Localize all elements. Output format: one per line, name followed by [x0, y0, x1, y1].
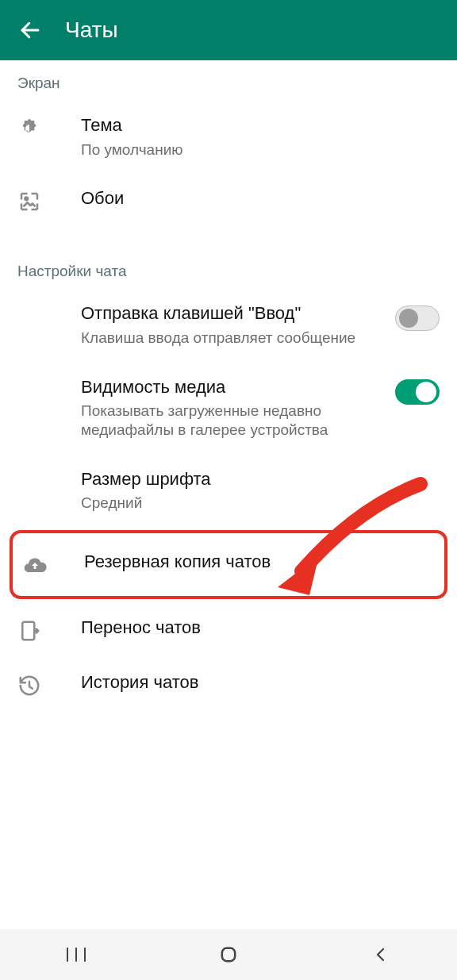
chevron-left-icon: [371, 945, 390, 964]
switch-enter-send[interactable]: [395, 306, 440, 331]
item-media-visibility-sub: Показывать загруженные недавно медиафайл…: [81, 402, 376, 440]
item-history[interactable]: История чатов: [0, 657, 457, 712]
svg-rect-2: [22, 622, 34, 640]
section-header-display: Экран: [0, 60, 457, 100]
switch-media-visibility[interactable]: [395, 379, 440, 405]
item-media-visibility-title: Видимость медиа: [81, 376, 376, 399]
cloud-upload-icon: [22, 553, 48, 578]
app-header: Чаты: [0, 0, 457, 60]
item-enter-send-sub: Клавиша ввода отправляет сообщение: [81, 329, 376, 348]
item-font-size[interactable]: Размер шрифта Средний: [0, 454, 457, 527]
svg-point-1: [25, 198, 28, 201]
item-font-size-sub: Средний: [81, 494, 432, 513]
item-transfer-title: Перенос чатов: [81, 617, 432, 640]
item-enter-send[interactable]: Отправка клавишей "Ввод" Клавиша ввода о…: [0, 288, 457, 361]
settings-content: Экран Тема По умолчанию Обои Настройки ч…: [0, 60, 457, 712]
page-title: Чаты: [65, 17, 118, 43]
back-button[interactable]: [10, 10, 51, 51]
item-transfer[interactable]: Перенос чатов: [0, 602, 457, 657]
item-theme-sub: По умолчанию: [81, 140, 432, 159]
item-theme-title: Тема: [81, 114, 432, 137]
nav-home-button[interactable]: [181, 937, 276, 972]
item-font-size-title: Размер шрифта: [81, 468, 432, 491]
nav-back-button[interactable]: [333, 937, 428, 972]
item-enter-send-title: Отправка клавишей "Ввод": [81, 302, 376, 325]
brightness-icon: [17, 117, 41, 140]
wallpaper-icon: [17, 190, 41, 213]
highlight-backup: Резервная копия чатов: [10, 530, 447, 599]
item-backup[interactable]: Резервная копия чатов: [13, 533, 444, 596]
home-icon: [217, 943, 240, 966]
svg-rect-7: [222, 948, 235, 961]
item-media-visibility[interactable]: Видимость медиа Показывать загруженные н…: [0, 362, 457, 454]
transfer-icon: [17, 619, 41, 643]
arrow-left-icon: [18, 18, 42, 42]
item-history-title: История чатов: [81, 671, 432, 694]
android-navbar: [0, 929, 457, 980]
item-wallpaper-title: Обои: [81, 187, 432, 210]
recent-icon: [64, 945, 88, 964]
item-wallpaper[interactable]: Обои: [0, 173, 457, 228]
section-header-chat-settings: Настройки чата: [0, 248, 457, 288]
nav-recent-button[interactable]: [29, 937, 124, 972]
item-backup-title: Резервная копия чатов: [84, 551, 428, 574]
item-theme[interactable]: Тема По умолчанию: [0, 100, 457, 173]
history-icon: [17, 674, 41, 698]
